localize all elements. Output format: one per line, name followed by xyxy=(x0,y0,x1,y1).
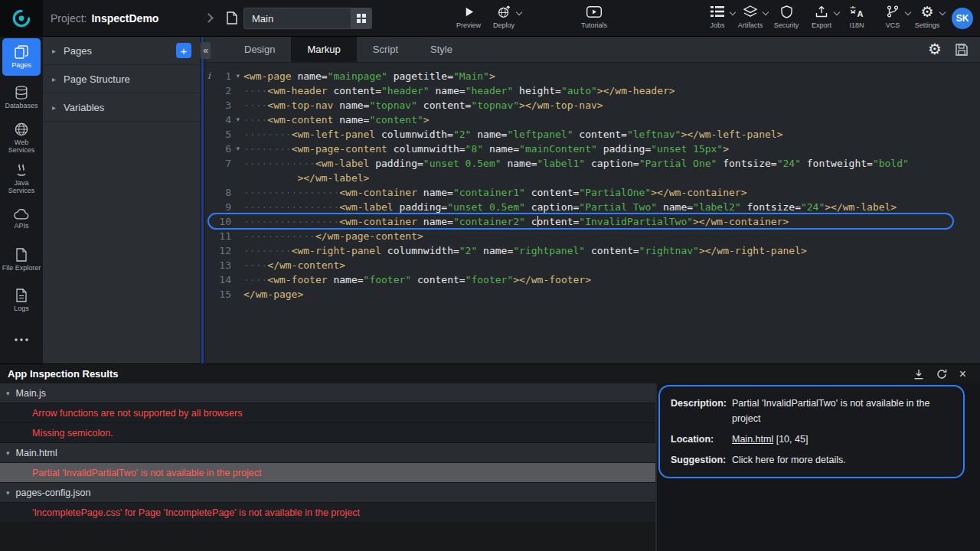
rail-item-more[interactable] xyxy=(0,321,43,361)
fold-caret-icon[interactable]: ▾ xyxy=(231,142,240,156)
page-selector[interactable]: Main xyxy=(243,8,372,29)
code-line[interactable]: 4▾····<wm-content name="content"> xyxy=(204,112,980,127)
inspection-item[interactable]: Partial 'InvalidPartialTwo' is not avail… xyxy=(0,463,655,483)
code-line[interactable]: 2····<wm-header content="header" name="h… xyxy=(204,83,980,98)
code-line[interactable]: 15</wm-page> xyxy=(204,287,980,302)
inspection-item[interactable]: Arrow functions are not supported by all… xyxy=(0,403,655,423)
code-editor[interactable]: i1▾<wm-page name="mainpage" pagetitle="M… xyxy=(204,63,980,364)
export-button[interactable]: Export xyxy=(803,4,840,29)
code-line[interactable]: 8················<wm-container name="con… xyxy=(204,185,980,200)
rail-item-logs[interactable]: Logs xyxy=(0,280,43,321)
code-text: ········<wm-left-panel columnwidth="2" n… xyxy=(243,127,980,142)
rail-item-web-services[interactable]: Web Services xyxy=(0,118,43,158)
line-number: 1 xyxy=(214,69,231,83)
code-text: ····<wm-footer name="footer" content="fo… xyxy=(243,272,980,287)
caret-down-icon: ▾ xyxy=(6,449,10,457)
jobs-button[interactable]: Jobs xyxy=(699,4,736,29)
rail-item-java-services[interactable]: Java Services xyxy=(0,158,43,199)
editor-settings-button[interactable]: ⚙ xyxy=(928,42,942,57)
location-value: Main.html [10, 45] xyxy=(732,432,952,447)
tutorials-button[interactable]: Tutorials xyxy=(576,4,612,29)
inspection-section-header[interactable]: ▾pages-config.json xyxy=(0,483,655,503)
code-line[interactable]: 10················<wm-container name="co… xyxy=(204,214,980,229)
line-number: 13 xyxy=(214,258,231,272)
refresh-button[interactable] xyxy=(936,369,947,380)
tab-style[interactable]: Style xyxy=(414,37,469,62)
code-line[interactable]: 14····<wm-footer name="footer" content="… xyxy=(204,272,980,287)
inspection-item[interactable]: 'IncompletePage.css' for Page 'Incomplet… xyxy=(0,503,655,523)
error-detail-popover: Description: Partial 'InvalidPartialTwo'… xyxy=(658,385,965,478)
tool-label: Tutorials xyxy=(576,21,612,29)
rail-item-pages[interactable]: Pages xyxy=(2,38,41,76)
code-line[interactable]: 5········<wm-left-panel columnwidth="2" … xyxy=(204,127,980,142)
line-number: 9 xyxy=(214,200,231,214)
caret-down-icon: ▾ xyxy=(6,489,10,497)
code-line[interactable]: 9················<wm-label padding="unse… xyxy=(204,200,980,214)
fold-caret-icon[interactable]: ▾ xyxy=(231,69,240,83)
settings-button[interactable]: ⚙ Settings xyxy=(909,4,946,29)
tab-markup[interactable]: Markup xyxy=(291,37,356,62)
preview-button[interactable]: Preview xyxy=(450,4,487,29)
description-label: Description: xyxy=(671,396,732,426)
rail-item-databases[interactable]: Databases xyxy=(0,77,43,118)
plus-icon: + xyxy=(181,45,188,57)
line-gutter: 12 xyxy=(204,243,243,258)
grid-icon[interactable] xyxy=(350,8,371,28)
location-label: Location: xyxy=(671,432,732,447)
collapse-panel-button[interactable]: « xyxy=(201,42,211,59)
save-button[interactable] xyxy=(956,44,968,56)
i18n-button[interactable]: A I18N xyxy=(838,4,875,29)
line-gutter: 14 xyxy=(204,272,243,287)
app-logo[interactable] xyxy=(0,0,43,37)
artifacts-button[interactable]: Artifacts xyxy=(732,4,769,29)
panel-item-page-structure[interactable]: ▸ Page Structure xyxy=(43,65,201,93)
code-line[interactable]: 7············<wm-label padding="unset 0.… xyxy=(204,156,980,171)
download-report-button[interactable] xyxy=(913,369,924,380)
panel-item-variables[interactable]: ▸ Variables xyxy=(43,93,201,122)
shield-icon xyxy=(768,4,805,19)
panel-item-label: Variables xyxy=(64,102,104,113)
inspection-item[interactable]: Missing semicolon. xyxy=(0,423,655,443)
code-line[interactable]: 3····<wm-top-nav name="topnav" content="… xyxy=(204,98,980,112)
project-label: Project: xyxy=(51,12,87,24)
fold-caret-icon[interactable]: ▾ xyxy=(231,112,240,127)
code-text: ········<wm-right-panel columnwidth="2" … xyxy=(243,243,980,258)
project-name: InspectDemo xyxy=(91,12,158,24)
rail-item-apis[interactable]: APIs xyxy=(0,199,43,240)
security-button[interactable]: Security xyxy=(768,4,805,29)
wavemaker-studio: Project: InspectDemo Main Preview Deploy… xyxy=(0,0,980,551)
tool-label: Artifacts xyxy=(732,21,769,29)
file-icon xyxy=(16,248,27,262)
chevron-right-icon xyxy=(204,13,214,23)
location-file-link[interactable]: Main.html xyxy=(732,434,773,445)
line-gutter: 15 xyxy=(204,287,243,302)
inspection-panel: App Inspection Results × ▾Main.jsArrow f… xyxy=(0,364,980,551)
close-panel-button[interactable]: × xyxy=(959,369,966,380)
panel-resizer[interactable] xyxy=(201,37,204,364)
inspection-detail-area: Description: Partial 'InvalidPartialTwo'… xyxy=(657,383,980,551)
svg-text:A: A xyxy=(858,9,864,18)
tab-script[interactable]: Script xyxy=(357,37,414,62)
add-page-button[interactable]: + xyxy=(176,43,191,58)
details-link[interactable]: Click here xyxy=(732,455,775,465)
vcs-button[interactable]: VCS xyxy=(874,4,911,29)
deploy-button[interactable]: Deploy xyxy=(485,4,522,29)
line-number: 12 xyxy=(214,243,231,258)
line-gutter: 4▾ xyxy=(204,112,243,127)
line-gutter: 3 xyxy=(204,98,243,112)
code-line[interactable]: 12········<wm-right-panel columnwidth="2… xyxy=(204,243,980,258)
code-line[interactable]: 11············</wm-page-content> xyxy=(204,229,980,243)
line-gutter: 7 xyxy=(204,156,243,171)
user-avatar[interactable]: SK xyxy=(952,8,973,29)
code-line[interactable]: ></wm-label> xyxy=(204,171,980,185)
code-line[interactable]: 6▾········<wm-page-content columnwidth="… xyxy=(204,142,980,156)
rail-item-file-explorer[interactable]: File Explorer xyxy=(0,240,43,280)
line-gutter: 11 xyxy=(204,229,243,243)
inspection-section-header[interactable]: ▾Main.html xyxy=(0,443,655,463)
tab-design[interactable]: Design xyxy=(228,37,291,62)
panel-item-pages[interactable]: ▸ Pages + xyxy=(43,37,201,65)
inspection-section-header[interactable]: ▾Main.js xyxy=(0,383,655,403)
code-line[interactable]: i1▾<wm-page name="mainpage" pagetitle="M… xyxy=(204,69,980,83)
wavemaker-logo-icon xyxy=(11,8,31,28)
code-line[interactable]: 13····</wm-content> xyxy=(204,258,980,272)
